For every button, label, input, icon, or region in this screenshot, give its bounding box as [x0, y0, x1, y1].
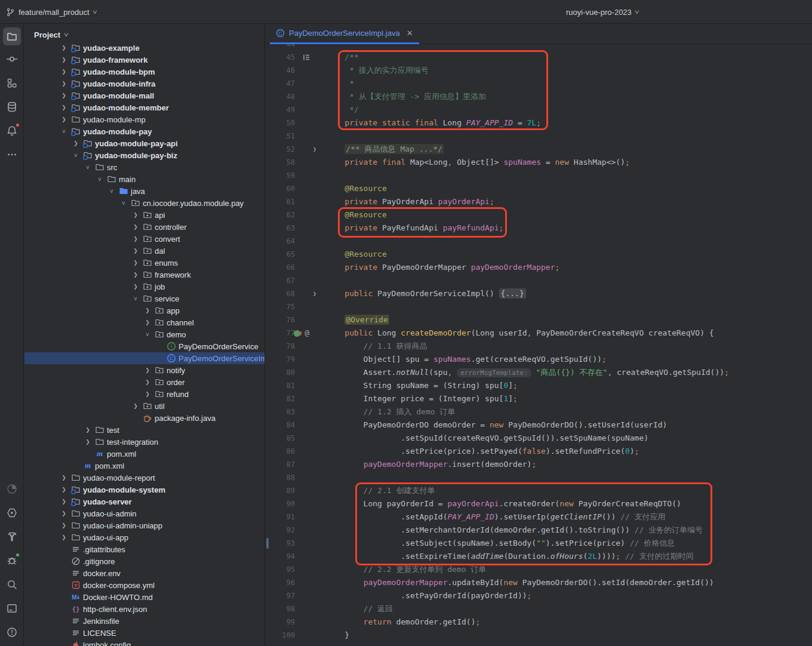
code-line-99[interactable]: 99 return demoOrder.getId();: [265, 616, 812, 629]
commit-button[interactable]: [3, 50, 21, 68]
tree-item-jenkinsfile[interactable]: Jenkinsfile: [24, 615, 264, 627]
more-button[interactable]: [3, 146, 21, 164]
chevron-right-icon[interactable]: ❯: [59, 93, 69, 99]
line-number[interactable]: 78: [265, 340, 295, 353]
chevron-right-icon[interactable]: ❯: [131, 403, 140, 409]
code-line-48[interactable]: 48 * 从【支付管理 -> 应用信息】里添加: [265, 90, 812, 103]
tree-item-service[interactable]: ˅service: [24, 293, 264, 304]
line-number[interactable]: 81: [265, 379, 295, 392]
tree-item-job[interactable]: ❯job: [24, 281, 264, 293]
line-number[interactable]: 51: [265, 130, 295, 143]
line-number[interactable]: 63: [265, 222, 295, 235]
tree-item-notify[interactable]: ❯notify: [24, 364, 264, 376]
tree-item-yudao-framework[interactable]: ❯yudao-framework: [24, 54, 264, 66]
code-line-45[interactable]: 45 /**: [265, 51, 812, 64]
code-line-100[interactable]: 100 }: [265, 629, 812, 642]
tree-item-http-client-env-json[interactable]: {}http-client.env.json: [24, 603, 264, 615]
project-name-widget[interactable]: ruoyi-vue-pro-2023 ˅: [566, 0, 639, 24]
line-number[interactable]: 89: [265, 484, 295, 497]
code-line-95[interactable]: 95 // 2.2 更新支付单到 demo 订单: [265, 563, 812, 576]
line-number[interactable]: 98: [265, 602, 295, 616]
line-number[interactable]: 62: [265, 208, 295, 222]
chevron-right-icon[interactable]: ❯: [143, 391, 152, 397]
tree-item-refund[interactable]: ❯refund: [24, 388, 264, 400]
line-number[interactable]: 85: [265, 432, 295, 445]
line-number[interactable]: 79: [265, 353, 295, 366]
line-number[interactable]: 91: [265, 510, 295, 524]
tree-item-docker-compose-yml[interactable]: Ydocker-compose.yml: [24, 579, 264, 591]
code-line-91[interactable]: 91 .setAppId(PAY_APP_ID).setUserIp(getCl…: [265, 510, 812, 524]
line-number[interactable]: 95: [265, 563, 295, 576]
code-line-88[interactable]: 88: [265, 471, 812, 484]
tree-item--gitignore[interactable]: .gitignore: [24, 555, 264, 567]
line-number[interactable]: 93: [265, 537, 295, 550]
code-line-75[interactable]: 75: [265, 300, 812, 313]
git-branch-widget[interactable]: feature/mall_product ˅: [6, 0, 96, 24]
chevron-right-icon[interactable]: ❯: [143, 307, 152, 313]
chevron-down-icon[interactable]: ˅: [95, 176, 104, 183]
fold-region-icon[interactable]: ❯: [313, 287, 316, 300]
build-hammer-button[interactable]: [3, 528, 21, 546]
tree-item-main[interactable]: ˅main: [24, 173, 264, 185]
tree-item-order[interactable]: ❯order: [24, 376, 264, 388]
line-number[interactable]: 96: [265, 576, 295, 589]
chevron-down-icon[interactable]: ˅: [59, 128, 69, 135]
line-number[interactable]: 52: [265, 143, 295, 156]
line-number[interactable]: 45: [265, 51, 295, 64]
tree-item-yudao-server[interactable]: ❯yudao-server: [24, 496, 264, 507]
line-number[interactable]: 84: [265, 419, 295, 432]
chevron-right-icon[interactable]: ❯: [143, 367, 152, 373]
chevron-right-icon[interactable]: ❯: [59, 487, 69, 493]
line-number[interactable]: 86: [265, 445, 295, 458]
tree-item-yudao-module-infra[interactable]: ❯yudao-module-infra: [24, 78, 264, 90]
code-line-52[interactable]: 52❯ /** 商品信息 Map ...*/: [265, 143, 812, 156]
line-number[interactable]: 66: [265, 261, 295, 274]
code-line-89[interactable]: 89 // 2.1 创建支付单: [265, 484, 812, 497]
code-line-77[interactable]: 77↑@ public Long createDemoOrder(Long us…: [265, 327, 812, 340]
chevron-right-icon[interactable]: ❯: [59, 499, 69, 505]
chevron-right-icon[interactable]: ❯: [59, 45, 69, 51]
line-number[interactable]: 65: [265, 248, 295, 261]
code-line-81[interactable]: 81 String spuName = (String) spu[0];: [265, 379, 812, 392]
chevron-right-icon[interactable]: ❯: [131, 284, 140, 290]
code-line-63[interactable]: 63 private PayRefundApi payRefundApi;: [265, 222, 812, 235]
tab-close-icon[interactable]: ✕: [407, 29, 413, 38]
code-line-98[interactable]: 98 // 返回: [265, 602, 812, 616]
services-button[interactable]: [3, 504, 21, 522]
code-line-94[interactable]: 94 .setExpireTime(addTime(Duration.ofHou…: [265, 550, 812, 563]
project-folder-button[interactable]: [3, 27, 21, 45]
tree-item-lombok-config[interactable]: lombok.config: [24, 639, 264, 646]
tree-item-test-integration[interactable]: ❯test-integration: [24, 436, 264, 448]
tree-item-dal[interactable]: ❯dal: [24, 245, 264, 257]
chevron-right-icon[interactable]: ❯: [59, 116, 69, 122]
search-button[interactable]: [3, 576, 21, 593]
line-number[interactable]: 88: [265, 471, 295, 484]
chevron-right-icon[interactable]: ❯: [59, 69, 69, 75]
tree-item-yudao-module-bpm[interactable]: ❯yudao-module-bpm: [24, 66, 264, 78]
tree-item-enums[interactable]: ❯enums: [24, 257, 264, 269]
code-line-79[interactable]: 79 Object[] spu = spuNames.get(createReq…: [265, 353, 812, 366]
tree-item-controller[interactable]: ❯controller: [24, 221, 264, 233]
tree-item-channel[interactable]: ❯channel: [24, 316, 264, 328]
tree-item-yudao-module-report[interactable]: ❯yudao-module-report: [24, 472, 264, 484]
chevron-down-icon[interactable]: ˅: [131, 296, 140, 302]
line-number[interactable]: 77: [265, 327, 295, 340]
chevron-right-icon[interactable]: ❯: [131, 212, 140, 218]
chevron-right-icon[interactable]: ❯: [59, 104, 69, 110]
code-line-97[interactable]: 97 .setPayOrderId(payOrderId));: [265, 589, 812, 602]
chevron-right-icon[interactable]: ❯: [143, 319, 152, 325]
tree-item-yudao-module-system[interactable]: ❯yudao-module-system: [24, 484, 264, 496]
code-line-83[interactable]: 83 // 1.2 插入 demo 订单: [265, 405, 812, 419]
code-line-87[interactable]: 87 payDemoOrderMapper.insert(demoOrder);: [265, 458, 812, 471]
chevron-right-icon[interactable]: ❯: [59, 81, 69, 87]
line-number[interactable]: 94: [265, 550, 295, 563]
tree-item-util[interactable]: ❯util: [24, 400, 264, 412]
tree-item-convert[interactable]: ❯convert: [24, 233, 264, 245]
tree-item-cn-iocoder-yudao-module-pay[interactable]: ˅cn.iocoder.yudao.module.pay: [24, 197, 264, 209]
chevron-right-icon[interactable]: ❯: [59, 475, 69, 481]
tree-item-package-info-java[interactable]: package-info.java: [24, 412, 264, 424]
chevron-down-icon[interactable]: ˅: [107, 188, 116, 195]
line-number[interactable]: 64: [265, 235, 295, 248]
tree-item-yudao-module-pay-api[interactable]: ❯yudao-module-pay-api: [24, 137, 264, 149]
line-number[interactable]: 48: [265, 90, 295, 103]
